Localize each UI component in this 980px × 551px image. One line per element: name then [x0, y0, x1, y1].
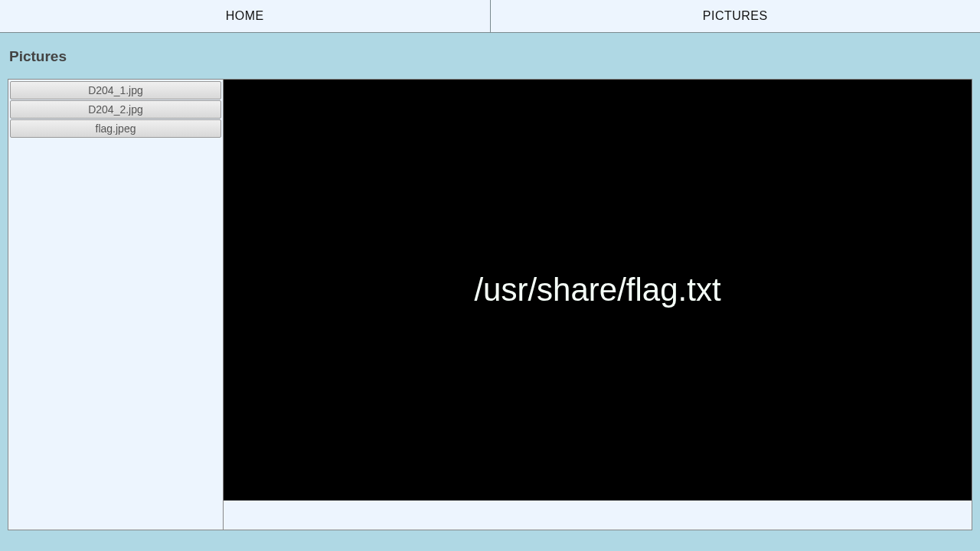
- panels: D204_1.jpg D204_2.jpg flag.jpeg /usr/sha…: [8, 79, 972, 530]
- preview-panel: /usr/share/flag.txt: [224, 79, 972, 530]
- preview-image: /usr/share/flag.txt: [224, 80, 972, 500]
- file-item[interactable]: flag.jpeg: [10, 119, 221, 138]
- top-nav: HOME PICTURES: [0, 0, 980, 33]
- preview-text: /usr/share/flag.txt: [474, 272, 720, 308]
- content: Pictures D204_1.jpg D204_2.jpg flag.jpeg…: [0, 33, 980, 538]
- nav-home[interactable]: HOME: [0, 0, 491, 32]
- file-item[interactable]: D204_1.jpg: [10, 81, 221, 99]
- file-list: D204_1.jpg D204_2.jpg flag.jpeg: [8, 79, 224, 530]
- file-item[interactable]: D204_2.jpg: [10, 100, 221, 119]
- page-title: Pictures: [9, 48, 972, 65]
- nav-pictures[interactable]: PICTURES: [491, 0, 981, 32]
